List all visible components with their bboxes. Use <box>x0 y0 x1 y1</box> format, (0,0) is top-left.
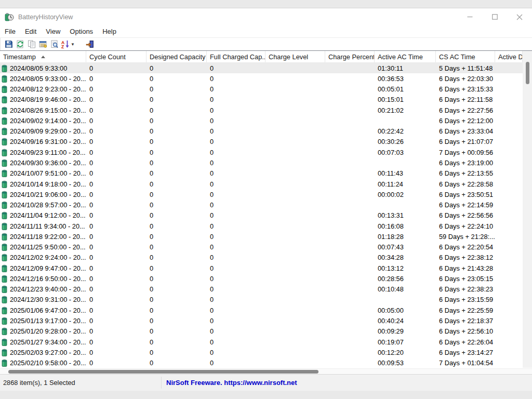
cell: 0 <box>147 105 207 115</box>
cell: 0 <box>147 221 207 231</box>
minimize-button[interactable] <box>457 8 482 25</box>
cell <box>325 347 375 357</box>
cell: 0 <box>207 326 265 337</box>
cell: 2024/08/05 9:33:00 <box>0 63 86 73</box>
table-row[interactable]: 2024/09/02 9:14:00 - 20...0006 Days + 22… <box>0 115 532 126</box>
table-row[interactable]: 2025/02/10 9:58:00 - 20...00000:09:537 D… <box>0 357 532 368</box>
copy-button[interactable] <box>26 38 37 50</box>
refresh-button[interactable] <box>15 38 26 50</box>
table-row[interactable]: 2024/10/28 9:57:00 - 20...0006 Days + 22… <box>0 200 532 210</box>
table-row[interactable]: 2024/08/26 9:15:00 - 20...00000:21:026 D… <box>0 105 532 115</box>
table-row[interactable]: 2024/12/23 9:40:00 - 20...00000:10:486 D… <box>0 284 532 295</box>
column-header-active-ac-time[interactable]: Active AC Time <box>375 51 436 62</box>
table-row[interactable]: 2024/11/04 9:12:00 - 20...00000:13:316 D… <box>0 210 532 221</box>
table-row[interactable]: 2024/09/30 9:36:00 - 20...0006 Days + 23… <box>0 157 532 168</box>
vertical-scrollbar-thumb[interactable] <box>526 62 529 84</box>
menu-view[interactable]: View <box>41 25 65 37</box>
column-header-cs-ac-time[interactable]: CS AC Time <box>436 51 495 62</box>
cell: 6 Days + 22:20:54 <box>436 242 495 252</box>
menu-options[interactable]: Options <box>65 25 98 37</box>
sort-button[interactable]: A Z ▼ <box>60 38 77 50</box>
table-row[interactable]: 2025/01/20 9:28:00 - 20...00000:09:296 D… <box>0 326 532 337</box>
menu-edit[interactable]: Edit <box>20 25 41 37</box>
nirsoft-link[interactable]: NirSoft Freeware. https://www.nirsoft.ne… <box>166 379 297 387</box>
cell: 59 Days + 21:28:... <box>436 231 495 242</box>
table-row[interactable]: 2024/08/05 9:33:00 - 20...00000:36:536 D… <box>0 73 532 84</box>
close-button[interactable] <box>507 8 532 25</box>
column-header-active-dc[interactable]: Active DC <box>495 51 523 62</box>
cell: 0 <box>147 73 207 84</box>
cell: 0 <box>207 347 265 357</box>
table-row[interactable]: 2024/10/07 9:51:00 - 20...00000:11:436 D… <box>0 168 532 179</box>
table-row[interactable]: 2024/08/19 9:46:00 - 20...00000:15:016 D… <box>0 95 532 105</box>
cell: 0 <box>86 137 147 147</box>
cell: 2024/12/16 9:50:00 - 20... <box>0 273 86 284</box>
cell: 2025/02/10 9:58:00 - 20... <box>0 357 86 368</box>
table-row[interactable]: 2024/11/25 9:50:00 - 20...00000:07:436 D… <box>0 242 532 252</box>
table-row[interactable]: 2024/08/05 9:33:0000001:30:115 Days + 11… <box>0 63 532 73</box>
cell: 0 <box>86 105 147 115</box>
table-row[interactable]: 2024/11/11 9:34:00 - 20...00000:16:086 D… <box>0 221 532 231</box>
cell <box>495 347 523 357</box>
cell <box>265 200 325 210</box>
table-row[interactable]: 2024/08/12 9:23:00 - 20...00000:05:016 D… <box>0 84 532 95</box>
find-button[interactable] <box>49 38 60 50</box>
cell: 00:13:12 <box>375 263 436 273</box>
table-row[interactable]: 2025/01/13 9:17:00 - 20...00000:40:246 D… <box>0 315 532 326</box>
table-row[interactable]: 2024/09/16 9:31:00 - 20...00000:30:266 D… <box>0 137 532 147</box>
cell: 0 <box>86 115 147 126</box>
table-row[interactable]: 2024/09/09 9:29:00 - 20...00000:22:426 D… <box>0 126 532 137</box>
table-row[interactable]: 2024/12/02 9:24:00 - 20...00000:34:286 D… <box>0 252 532 263</box>
cell <box>265 326 325 337</box>
table-row[interactable]: 2025/01/06 9:47:00 - 20...00000:05:006 D… <box>0 305 532 315</box>
cell <box>325 115 375 126</box>
sort-dropdown-caret-icon[interactable]: ▼ <box>71 42 76 47</box>
cell <box>325 357 375 368</box>
table-row[interactable]: 2025/01/27 9:34:00 - 20...00000:19:076 D… <box>0 337 532 347</box>
cell: 0 <box>147 147 207 157</box>
save-button[interactable] <box>3 38 15 50</box>
column-header-charge-percent[interactable]: Charge Percent <box>325 51 375 62</box>
battery-icon <box>2 317 7 325</box>
table-row[interactable]: 2025/02/03 9:27:00 - 20...00000:12:206 D… <box>0 347 532 357</box>
cell <box>325 295 375 305</box>
table-row[interactable]: 2024/09/23 9:11:00 - 20...00000:07:037 D… <box>0 147 532 157</box>
vertical-scrollbar[interactable] <box>523 51 532 368</box>
cell: 0 <box>207 337 265 347</box>
column-header-designed-capacity[interactable]: Designed Capacity <box>147 51 207 62</box>
battery-icon <box>2 359 7 367</box>
column-header-charge-level[interactable]: Charge Level <box>265 51 325 62</box>
cell <box>495 84 523 95</box>
table-row[interactable]: 2024/10/21 9:06:00 - 20...00000:00:026 D… <box>0 189 532 200</box>
cell: 0 <box>147 231 207 242</box>
cell: 0 <box>207 252 265 263</box>
battery-icon <box>2 338 7 346</box>
table-row[interactable]: 2024/12/16 9:50:00 - 20...00000:28:566 D… <box>0 273 532 284</box>
cell: 0 <box>207 273 265 284</box>
table-row[interactable]: 2024/12/30 9:31:00 - 20...0006 Days + 23… <box>0 295 532 305</box>
maximize-button[interactable] <box>482 8 507 25</box>
exit-button[interactable] <box>84 38 96 50</box>
table-row[interactable]: 2024/11/18 9:22:00 - 20...00001:18:2859 … <box>0 231 532 242</box>
cell: 0 <box>147 273 207 284</box>
cell: 0 <box>147 357 207 368</box>
table-row[interactable]: 2024/12/09 9:47:00 - 20...00000:13:126 D… <box>0 263 532 273</box>
horizontal-scrollbar-thumb[interactable] <box>8 370 318 374</box>
column-header-full-charged-cap[interactable]: Full Charged Cap... <box>207 51 265 62</box>
column-header-cycle-count[interactable]: Cycle Count <box>86 51 147 62</box>
menu-file[interactable]: File <box>0 25 20 37</box>
properties-button[interactable] <box>37 38 49 50</box>
column-header-timestamp[interactable]: Timestamp <box>0 51 86 62</box>
battery-icon <box>2 169 7 177</box>
cell: 2025/02/03 9:27:00 - 20... <box>0 347 86 357</box>
cell <box>495 189 523 200</box>
cell <box>495 305 523 315</box>
cell: 0 <box>147 210 207 221</box>
table-row[interactable]: 2024/10/14 9:18:00 - 20...00000:11:246 D… <box>0 179 532 189</box>
cell: 6 Days + 22:24:10 <box>436 221 495 231</box>
menu-help[interactable]: Help <box>98 25 121 37</box>
cell: 00:12:20 <box>375 347 436 357</box>
maximize-icon <box>492 14 498 20</box>
cell <box>265 73 325 84</box>
cell <box>325 200 375 210</box>
